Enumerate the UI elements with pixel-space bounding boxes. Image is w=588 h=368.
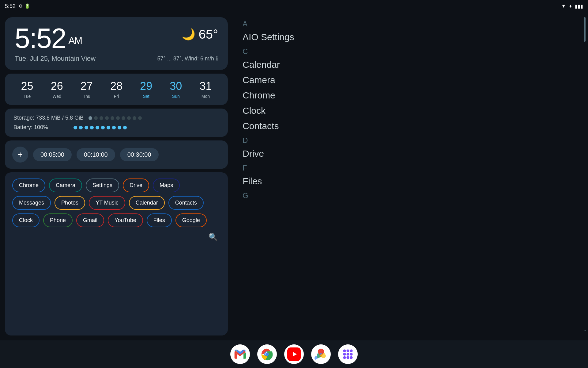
shortcut-settings[interactable]: Settings	[86, 178, 119, 192]
battery-dot-9	[118, 126, 121, 129]
storage-dot-6	[116, 116, 120, 120]
shortcut-maps[interactable]: Maps	[153, 178, 180, 192]
svg-point-10	[343, 353, 346, 355]
app-list-aio-settings[interactable]: AIO Settings	[243, 29, 578, 45]
dock-photos[interactable]	[311, 344, 331, 364]
storage-label: Storage: 733.8 MiB / 5.8 GiB	[13, 115, 84, 121]
shortcut-calendar[interactable]: Calendar	[129, 196, 165, 210]
storage-dot-4	[105, 116, 109, 120]
cal-day-29[interactable]: 29 Sat	[140, 80, 152, 99]
svg-point-11	[346, 353, 349, 355]
search-icon: 🔍	[209, 233, 218, 241]
cal-day-28[interactable]: 28 Fri	[110, 80, 123, 99]
app-list-chrome[interactable]: Chrome	[243, 88, 578, 103]
battery-dots	[74, 126, 127, 129]
app-list-contacts[interactable]: Contacts	[243, 118, 578, 134]
clock-minute: 52	[36, 23, 66, 54]
cal-day-31[interactable]: 31 Mon	[199, 80, 212, 99]
battery-saver-icon: 🔋	[24, 3, 30, 9]
calendar-strip[interactable]: 25 Tue 26 Wed 27 Thu 28 Fri 29 Sat 30 Su…	[5, 74, 228, 105]
app-list: A AIO Settings C Calendar Camera Chrome …	[243, 17, 578, 201]
settings-icon: ⚙	[19, 3, 23, 9]
shortcuts-bottom: 🔍	[12, 230, 221, 244]
battery-row: Battery: 100%	[13, 124, 219, 131]
status-bar: 5:52 ⚙ 🔋 ▼ ✈ ▮▮▮	[0, 0, 588, 12]
timer-preset-30min[interactable]: 00:30:00	[120, 148, 159, 161]
storage-dot-10	[138, 116, 142, 120]
cal-day-26[interactable]: 26 Wed	[51, 80, 63, 99]
clock-bottom: Tue, Jul 25, Mountain View 57° ... 87°, …	[15, 55, 218, 63]
clock-date: Tue, Jul 25, Mountain View	[15, 55, 96, 63]
right-panel: A AIO Settings C Calendar Camera Chrome …	[233, 12, 588, 340]
battery-dot-3	[85, 126, 88, 129]
section-c: C	[243, 45, 578, 57]
app-list-camera[interactable]: Camera	[243, 72, 578, 88]
clock-colon: :	[29, 23, 36, 54]
app-list-drive[interactable]: Drive	[243, 146, 578, 161]
shortcut-chrome[interactable]: Chrome	[12, 178, 45, 192]
battery-dot-1	[74, 126, 77, 129]
shortcuts-widget: Chrome Camera Settings Drive Maps Messag…	[5, 172, 228, 335]
timer-widget: + 00:05:00 00:10:00 00:30:00	[5, 140, 228, 169]
storage-dot-9	[133, 116, 136, 120]
shortcut-gmail[interactable]: Gmail	[76, 213, 104, 227]
storage-dots	[89, 116, 142, 120]
shortcut-camera[interactable]: Camera	[49, 178, 82, 192]
shortcut-phone[interactable]: Phone	[43, 213, 73, 227]
status-right-icons: ▼ ✈ ▮▮▮	[561, 0, 583, 12]
battery-dot-2	[79, 126, 83, 129]
dock-chrome[interactable]	[257, 344, 277, 364]
app-list-calendar[interactable]: Calendar	[243, 57, 578, 72]
dock-gmail[interactable]	[230, 344, 250, 364]
shortcuts-grid: Chrome Camera Settings Drive Maps Messag…	[12, 178, 221, 227]
storage-dot-8	[127, 116, 131, 120]
shortcut-youtube[interactable]: YouTube	[108, 213, 143, 227]
timer-add-button[interactable]: +	[12, 147, 28, 163]
clock-temperature: 65°	[198, 27, 218, 42]
weather-moon-icon: 🌙	[182, 28, 195, 41]
battery-dot-10	[123, 126, 127, 129]
shortcut-clock[interactable]: Clock	[12, 213, 40, 227]
svg-point-15	[350, 356, 352, 359]
svg-point-4	[266, 353, 269, 356]
cal-day-25[interactable]: 25 Tue	[21, 80, 33, 99]
battery-dot-4	[90, 126, 94, 129]
app-list-files[interactable]: Files	[243, 174, 578, 189]
shortcut-photos[interactable]: Photos	[55, 196, 85, 210]
cal-day-27[interactable]: 27 Thu	[81, 80, 93, 99]
storage-dot-5	[111, 116, 114, 120]
timer-preset-10min[interactable]: 00:10:00	[77, 148, 115, 161]
battery-dot-8	[112, 126, 116, 129]
shortcut-drive[interactable]: Drive	[123, 178, 149, 192]
storage-dot-7	[122, 116, 125, 120]
shortcut-contacts[interactable]: Contacts	[168, 196, 204, 210]
forecast-info-icon: ℹ	[216, 55, 218, 62]
status-time: 5:52	[5, 3, 16, 10]
wifi-icon: ▼	[561, 3, 566, 9]
search-button[interactable]: 🔍	[206, 230, 221, 244]
scrollbar[interactable]	[584, 17, 586, 42]
main-area: 5:52AM 🌙 65° Tue, Jul 25, Mountain View …	[0, 12, 588, 340]
battery-dot-6	[101, 126, 105, 129]
clock-hour: 5	[15, 23, 29, 54]
status-icons: ⚙ 🔋	[19, 3, 30, 9]
svg-point-13	[343, 356, 346, 359]
timer-preset-5min[interactable]: 00:05:00	[33, 148, 72, 161]
dock-apps[interactable]	[338, 344, 358, 364]
dock-youtube[interactable]	[284, 344, 304, 364]
shortcut-files[interactable]: Files	[147, 213, 172, 227]
cal-day-30[interactable]: 30 Sun	[170, 80, 182, 99]
battery-label: Battery: 100%	[13, 124, 69, 131]
left-panel: 5:52AM 🌙 65° Tue, Jul 25, Mountain View …	[0, 12, 233, 340]
shortcut-google[interactable]: Google	[175, 213, 207, 227]
clock-top: 5:52AM 🌙 65°	[15, 25, 218, 52]
scroll-up-button[interactable]: ↑	[583, 328, 587, 335]
shortcut-ytmusic[interactable]: YT Music	[89, 196, 125, 210]
storage-dot-3	[100, 116, 103, 120]
shortcut-messages[interactable]: Messages	[12, 196, 51, 210]
svg-point-9	[350, 349, 352, 352]
storage-dot-2	[94, 116, 98, 120]
section-f: F	[243, 161, 578, 174]
bottom-dock	[0, 340, 588, 368]
app-list-clock[interactable]: Clock	[243, 103, 578, 118]
